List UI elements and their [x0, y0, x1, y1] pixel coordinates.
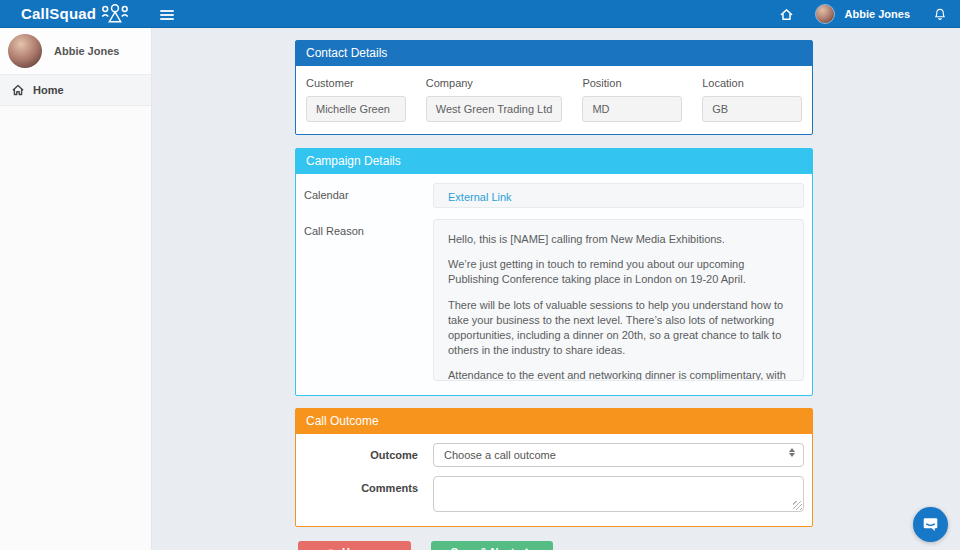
sidebar: Abbie Jones Home [0, 28, 152, 550]
squad-logo-icon [100, 3, 130, 24]
resize-handle[interactable] [793, 501, 802, 510]
save-next-label: Save & Next [451, 546, 515, 550]
location-input[interactable]: GB [702, 96, 802, 122]
comments-label: Comments [304, 476, 433, 512]
home-icon [12, 84, 24, 96]
location-field-group: Location GB [702, 77, 802, 122]
user-name[interactable]: Abbie Jones [845, 8, 910, 20]
position-label: Position [582, 77, 682, 89]
top-navbar: CallSquad Abbie Jones [0, 0, 960, 28]
save-next-button[interactable]: Save & Next [431, 541, 553, 550]
notifications-bell-icon[interactable] [934, 8, 946, 21]
location-label: Location [702, 77, 802, 89]
sidebar-profile: Abbie Jones [0, 28, 151, 74]
customer-field-group: Customer Michelle Green [306, 77, 406, 122]
call-outcome-title: Call Outcome [296, 409, 812, 434]
outcome-label: Outcome [304, 443, 433, 467]
call-reason-text: Hello, this is [NAME] calling from New M… [433, 219, 804, 381]
hang-up-button[interactable]: Hang up [298, 541, 411, 550]
outcome-select[interactable]: Choose a call outcome [433, 443, 804, 467]
phone-handset-icon [322, 546, 337, 550]
outcome-selected-value: Choose a call outcome [444, 449, 556, 461]
chat-bubble-icon [922, 516, 939, 533]
customer-label: Customer [306, 77, 406, 89]
company-field-group: Company West Green Trading Ltd [426, 77, 563, 122]
select-updown-icon [789, 448, 795, 457]
sidebar-user-name: Abbie Jones [54, 45, 119, 57]
call-reason-paragraph: There will be lots of valuable sessions … [448, 298, 789, 359]
call-reason-paragraph: We’re just getting in touch to remind yo… [448, 257, 789, 287]
call-reason-paragraph: Hello, this is [NAME] calling from New M… [448, 232, 789, 247]
sidebar-item-home[interactable]: Home [0, 74, 151, 106]
contact-details-title: Contact Details [296, 41, 812, 66]
company-label: Company [426, 77, 563, 89]
sidebar-item-home-label: Home [33, 84, 64, 96]
position-input[interactable]: MD [582, 96, 682, 122]
brand-logo[interactable]: CallSquad [21, 3, 130, 24]
calendar-link-box: External Link [433, 183, 804, 208]
comments-textarea[interactable] [433, 476, 804, 512]
action-buttons: Hang up Save & Next [298, 541, 960, 550]
company-input[interactable]: West Green Trading Ltd [426, 96, 563, 122]
call-outcome-panel: Call Outcome Outcome Choose a call outco… [295, 408, 813, 527]
hang-up-label: Hang up [342, 546, 386, 550]
menu-toggle-icon[interactable] [160, 8, 174, 22]
home-icon[interactable] [780, 8, 793, 21]
main-content: Contact Details Customer Michelle Green … [152, 28, 960, 550]
chat-widget-button[interactable] [913, 507, 948, 542]
brand-name: CallSquad [21, 5, 96, 22]
external-link[interactable]: External Link [448, 191, 512, 203]
call-reason-paragraph: Attendance to the event and networking d… [448, 368, 789, 381]
customer-input[interactable]: Michelle Green [306, 96, 406, 122]
calendar-label: Calendar [304, 183, 433, 208]
sidebar-avatar [8, 34, 42, 68]
thumbs-up-icon [520, 546, 533, 550]
position-field-group: Position MD [582, 77, 682, 122]
campaign-details-panel: Campaign Details Calendar External Link … [295, 148, 813, 396]
campaign-details-title: Campaign Details [296, 149, 812, 174]
user-avatar[interactable] [815, 4, 835, 24]
call-reason-label: Call Reason [304, 219, 433, 381]
contact-details-panel: Contact Details Customer Michelle Green … [295, 40, 813, 135]
